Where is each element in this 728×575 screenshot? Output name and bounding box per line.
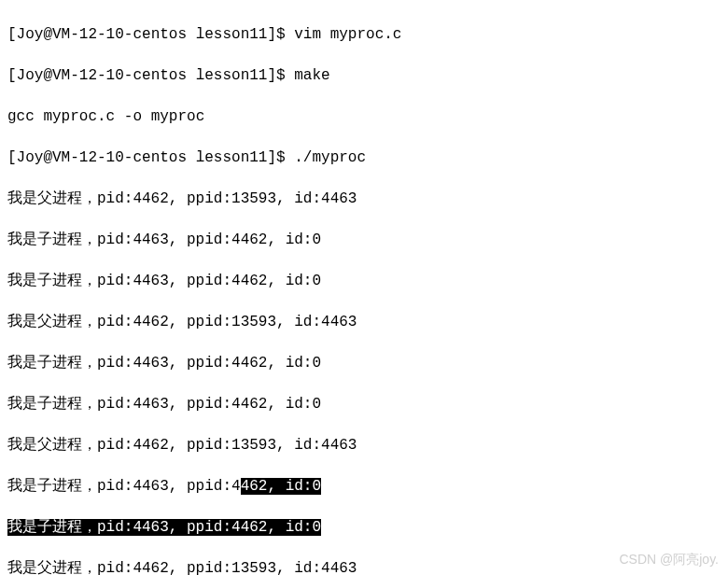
output-line-parent: 我是父进程，pid:4462, ppid:13593, id:4463 xyxy=(7,312,721,332)
cmd-line-1: [Joy@VM-12-10-centos lesson11]$ vim mypr… xyxy=(7,24,721,45)
cmd-line-2: [Joy@VM-12-10-centos lesson11]$ make xyxy=(7,65,721,86)
output-line-parent: 我是父进程，pid:4462, ppid:13593, id:4463 xyxy=(7,189,721,209)
command: ./myproc xyxy=(294,149,366,166)
command: make xyxy=(294,67,329,84)
command: vim myproc.c xyxy=(294,26,401,43)
text-selection[interactable]: 462, id:0 xyxy=(241,478,321,495)
prompt: [Joy@VM-12-10-centos lesson11]$ xyxy=(7,26,294,43)
output-line-parent: 我是父进程，pid:4462, ppid:13593, id:4463 xyxy=(7,558,721,575)
text-selection[interactable]: 我是子进程，pid:4463, ppid:4462, id:0 xyxy=(7,519,321,536)
output-line-child: 我是子进程，pid:4463, ppid:4462, id:0 xyxy=(7,271,721,291)
output-line-child: 我是子进程，pid:4463, ppid:4462, id:0 xyxy=(7,394,721,414)
cmd-line-3: [Joy@VM-12-10-centos lesson11]$ ./myproc xyxy=(7,147,721,168)
gcc-output: gcc myproc.c -o myproc xyxy=(7,106,721,127)
output-line-child: 我是子进程，pid:4463, ppid:4462, id:0 xyxy=(7,353,721,373)
prompt: [Joy@VM-12-10-centos lesson11]$ xyxy=(7,149,294,166)
output-line-child-full-hl: 我是子进程，pid:4463, ppid:4462, id:0 xyxy=(7,517,721,538)
output-line-child-partial-hl: 我是子进程，pid:4463, ppid:4462, id:0 xyxy=(7,476,721,497)
prompt: [Joy@VM-12-10-centos lesson11]$ xyxy=(7,67,294,84)
output-line-child: 我是子进程，pid:4463, ppid:4462, id:0 xyxy=(7,230,721,250)
output-line-parent: 我是父进程，pid:4462, ppid:13593, id:4463 xyxy=(7,435,721,456)
watermark-text: CSDN @阿亮joy. xyxy=(619,549,719,569)
terminal-output: [Joy@VM-12-10-centos lesson11]$ vim mypr… xyxy=(7,4,721,575)
